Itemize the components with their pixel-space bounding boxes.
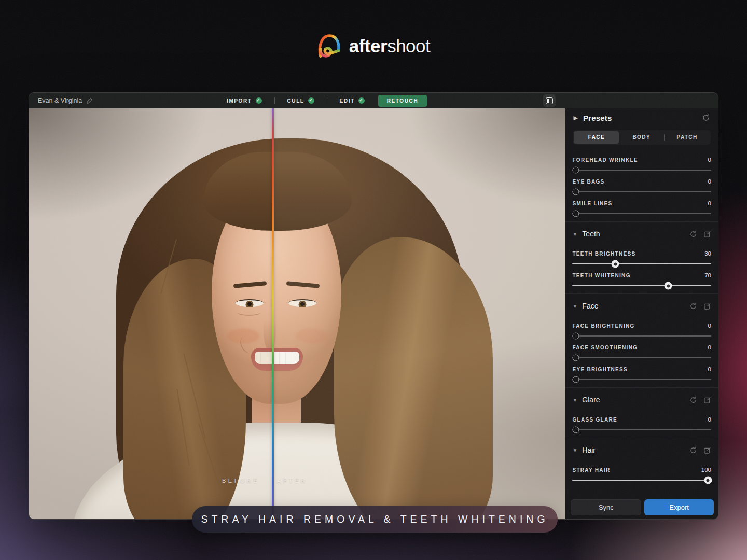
slider-label: FACE SMOOTHENING	[572, 345, 638, 351]
slider-track[interactable]	[572, 263, 711, 264]
step-import-label: IMPORT	[227, 98, 252, 104]
step-import[interactable]: IMPORT ✓	[227, 97, 262, 104]
chevron-down-icon[interactable]: ▼	[572, 231, 577, 237]
slider-value: 100	[701, 467, 711, 473]
sync-button[interactable]: Sync	[571, 499, 641, 515]
edit-section-icon[interactable]	[703, 302, 711, 310]
reset-section-icon[interactable]	[689, 446, 697, 454]
section-header-glare: ▼ Glare	[572, 391, 711, 409]
slider-knob[interactable]	[572, 355, 579, 361]
edit-section-icon[interactable]	[703, 230, 711, 238]
edit-check-icon: ✓	[358, 97, 365, 104]
section-header-hair: ▼ Hair	[572, 441, 711, 459]
after-label: AFTER	[277, 478, 308, 484]
edit-section-icon[interactable]	[703, 396, 711, 404]
slider-value: 0	[708, 416, 711, 423]
slider-value: 0	[708, 344, 711, 351]
reset-section-icon[interactable]	[689, 396, 697, 404]
slider-forehead-wrinkle: FOREHEAD WRINKLE0	[572, 157, 711, 171]
slider-track[interactable]	[572, 191, 711, 192]
slider-knob[interactable]	[572, 211, 579, 217]
section-title: Face	[582, 302, 598, 310]
section-hair: ▼ Hair STRAY HAIR100	[565, 438, 718, 488]
chevron-down-icon[interactable]: ▼	[572, 303, 577, 309]
slider-knob[interactable]	[665, 282, 672, 290]
slider-knob[interactable]	[572, 189, 579, 195]
slider-label: EYE BRIGHTNESS	[572, 367, 628, 372]
aftershoot-logo: aftershoot	[0, 33, 747, 59]
slider-track[interactable]	[572, 357, 711, 358]
section-title: Glare	[582, 396, 600, 404]
slider-face-brightening: FACE BRIGHTENING0	[572, 323, 711, 337]
slider-knob[interactable]	[704, 477, 712, 484]
slider-knob[interactable]	[572, 376, 579, 383]
slider-group-wrinkles: FOREHEAD WRINKLE0 EYE BAGS0 SMILE LINES0	[565, 147, 718, 222]
reset-section-icon[interactable]	[689, 302, 697, 310]
chevron-right-icon[interactable]: ▶	[573, 115, 577, 121]
sidebar-toggle-icon	[546, 97, 553, 104]
chevron-down-icon[interactable]: ▼	[572, 397, 577, 403]
step-cull-label: CULL	[287, 98, 305, 104]
slider-knob[interactable]	[572, 333, 579, 340]
slider-label: TEETH WHITENING	[572, 273, 630, 278]
presets-title: Presets	[583, 114, 612, 122]
slider-value: 70	[704, 272, 711, 278]
reset-section-icon[interactable]	[689, 230, 697, 238]
tab-body[interactable]: BODY	[619, 131, 664, 144]
slider-value: 0	[708, 323, 711, 329]
aftershoot-logo-icon	[317, 33, 342, 59]
slider-face-smoothening: FACE SMOOTHENING0	[572, 344, 711, 358]
logo-bold-text: after	[349, 36, 387, 56]
slider-track[interactable]	[572, 170, 711, 171]
slider-track[interactable]	[572, 335, 711, 337]
slider-knob[interactable]	[612, 260, 619, 268]
portrait-eye-left	[236, 299, 264, 307]
project-name: Evan & Virginia	[38, 97, 82, 104]
chevron-down-icon[interactable]: ▼	[572, 447, 577, 453]
slider-stray-hair: STRAY HAIR100	[572, 467, 711, 481]
tab-face[interactable]: FACE	[574, 131, 619, 144]
main-area: BEFORE AFTER ▶ Presets FACE BODY PATCH	[29, 108, 718, 520]
slider-teeth-brightness: TEETH BRIGHTNESS30	[572, 250, 711, 264]
step-divider	[327, 97, 327, 104]
step-edit[interactable]: EDIT ✓	[340, 97, 365, 104]
panel-toggle-button[interactable]	[543, 94, 556, 107]
edit-project-name-icon[interactable]	[86, 97, 93, 104]
slider-knob[interactable]	[572, 427, 579, 433]
feature-banner-text: STRAY HAIR REMOVAL & TEETH WHITENING	[201, 513, 548, 525]
reset-presets-icon[interactable]	[702, 114, 710, 122]
section-teeth: ▼ Teeth TEETH BRIGHTNESS30 TEETH WHITENI…	[565, 222, 718, 294]
slider-label: GLASS GLARE	[572, 417, 617, 423]
slider-label: FOREHEAD WRINKLE	[572, 157, 638, 163]
section-header-face: ▼ Face	[572, 297, 711, 315]
slider-value: 0	[708, 366, 711, 372]
tab-patch[interactable]: PATCH	[665, 131, 710, 144]
slider-knob[interactable]	[572, 167, 579, 174]
aftershoot-wordmark: aftershoot	[349, 36, 431, 57]
section-header-teeth: ▼ Teeth	[572, 225, 711, 243]
presets-panel: ▶ Presets FACE BODY PATCH FOREHEAD WRINK…	[565, 108, 718, 520]
top-bar: Evan & Virginia IMPORT ✓ CULL ✓ EDIT ✓ R…	[29, 93, 718, 108]
slider-track[interactable]	[572, 379, 711, 380]
before-label: BEFORE	[222, 478, 259, 484]
retouch-button[interactable]: RETOUCH	[378, 95, 427, 107]
slider-value: 0	[708, 157, 711, 163]
edit-section-icon[interactable]	[703, 446, 711, 454]
slider-track[interactable]	[572, 480, 711, 481]
section-face: ▼ Face FACE BRIGHTENING0 FACE SMOOTHENIN…	[565, 294, 718, 388]
export-button[interactable]: Export	[644, 499, 714, 515]
app-window: Evan & Virginia IMPORT ✓ CULL ✓ EDIT ✓ R…	[29, 92, 718, 520]
after-side-overlay	[273, 108, 565, 520]
slider-eye-brightness: EYE BRIGHTNESS0	[572, 366, 711, 380]
slider-track[interactable]	[572, 429, 711, 430]
slider-label: STRAY HAIR	[572, 467, 610, 473]
preset-category-tabs: FACE BODY PATCH	[573, 130, 711, 145]
slider-track[interactable]	[572, 285, 711, 286]
step-cull[interactable]: CULL ✓	[287, 97, 314, 104]
cull-check-icon: ✓	[308, 97, 314, 104]
step-divider	[274, 97, 275, 104]
slider-track[interactable]	[572, 213, 711, 214]
slider-label: EYE BAGS	[572, 179, 604, 185]
presets-header: ▶ Presets	[565, 108, 718, 127]
compare-divider-handle[interactable]	[272, 108, 274, 520]
